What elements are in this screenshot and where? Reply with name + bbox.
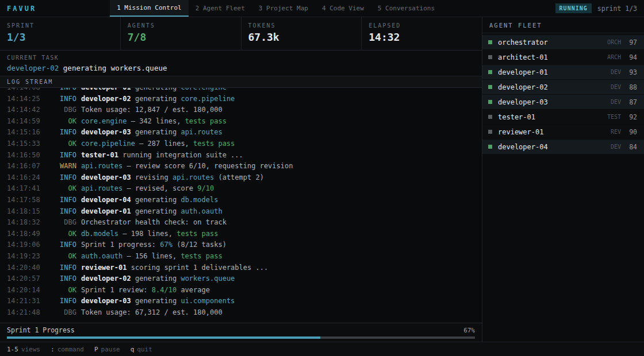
log-level: OK [40, 116, 76, 127]
log-segment: core.engine [81, 117, 126, 125]
agent-row-developer-04[interactable]: developer-04DEV84 [482, 140, 644, 154]
agent-row-reviewer-01[interactable]: reviewer-01REV90 [482, 125, 644, 139]
log-timestamp: 14:16:50 [7, 150, 40, 161]
log-segment: generating [131, 95, 177, 103]
log-row: 14:16:07WARNapi.routes — review score 6/… [7, 161, 475, 172]
log-row: 14:19:23OKauth.oauth — 156 lines, tests … [7, 251, 475, 262]
agent-row-developer-03[interactable]: developer-03DEV87 [482, 95, 644, 109]
log-stream[interactable]: 14:14:08INFOdeveloper-01 generating core… [0, 88, 482, 323]
log-row: 14:21:31INFOdeveloper-03 generating ui.c… [7, 296, 475, 307]
log-segment: core.pipeline [81, 140, 135, 148]
log-timestamp: 14:16:07 [7, 161, 40, 172]
log-level: OK [40, 138, 76, 150]
log-segment: Sprint 1 progress: [81, 241, 156, 249]
agent-row-orchestrator[interactable]: orchestratorORCH97 [482, 35, 644, 49]
log-message: developer-02 generating workers.queue [81, 273, 235, 285]
tab-project-map[interactable]: 3 Project Map [252, 0, 315, 17]
log-segment: auth.oauth [177, 207, 222, 215]
log-message: api.routes — review score 6/10, requesti… [81, 161, 293, 172]
log-segment: api.routes [168, 173, 214, 181]
stat-value: 67.3k [248, 31, 355, 43]
agent-score: 92 [627, 113, 637, 121]
agent-row-developer-02[interactable]: developer-02DEV88 [482, 80, 644, 94]
log-row: 14:21:48DBGToken usage: 67,312 / est. 18… [7, 307, 475, 319]
log-message: developer-03 generating ui.components [81, 296, 235, 307]
tab-conversations[interactable]: 5 Conversations [371, 0, 442, 17]
footer-key-label: pause [101, 346, 120, 353]
log-level: INFO [40, 262, 76, 274]
log-level: OK [40, 251, 76, 262]
agent-name: orchestrator [498, 38, 607, 47]
footer-key: q [131, 346, 135, 353]
agent-score: 94 [627, 53, 637, 61]
agent-row-tester-01[interactable]: tester-01TEST92 [482, 110, 644, 124]
log-timestamp: 14:16:24 [7, 172, 40, 184]
log-segment: ui.components [177, 297, 235, 305]
agent-row-architect-01[interactable]: architect-01ARCH94 [482, 50, 644, 64]
log-segment: developer-03 [81, 128, 131, 136]
log-message: developer-01 generating core.engine [81, 88, 227, 94]
log-level: OK [40, 229, 76, 240]
footer-hint-pause[interactable]: Ppause [94, 346, 120, 353]
footer-key-label: views [21, 346, 40, 353]
log-stream-header: LOG STREAM [0, 76, 482, 88]
sprint-progress-fill [7, 336, 320, 339]
footer-key: 1-5 [7, 346, 18, 353]
log-row: 14:20:57INFOdeveloper-02 generating work… [7, 273, 475, 285]
agent-name: reviewer-01 [498, 128, 611, 136]
log-segment: core.pipeline [177, 95, 235, 103]
current-task-agent: developer-02 [7, 64, 59, 72]
log-timestamp: 14:18:49 [7, 229, 40, 240]
log-level: DBG [40, 105, 76, 116]
log-segment: generating [131, 297, 177, 305]
log-segment: api.routes [81, 162, 122, 170]
log-timestamp: 14:14:08 [7, 88, 40, 94]
sprint-progress-percent: 67% [463, 327, 475, 334]
log-row: 14:14:59OKcore.engine — 342 lines, tests… [7, 116, 475, 127]
log-segment: (8/12 tasks) [172, 241, 227, 249]
log-row: 14:15:16INFOdeveloper-03 generating api.… [7, 127, 475, 138]
log-level: INFO [40, 195, 76, 206]
footer-hint-quit[interactable]: qquit [131, 346, 152, 353]
footer-hint-views[interactable]: 1-5views [7, 346, 40, 353]
current-task-label: CURRENT TASK [7, 55, 475, 61]
log-message: Token usage: 67,312 / est. 180,000 [81, 307, 223, 319]
log-segment: 9/10 [193, 184, 214, 192]
log-row: 14:18:49OKdb.models — 198 lines, tests p… [7, 229, 475, 240]
stat-value: 14:32 [369, 31, 475, 43]
view-tabs: 1 Mission Control2 Agent Fleet3 Project … [110, 0, 442, 17]
log-segment: developer-03 [81, 297, 131, 305]
tab-agent-fleet[interactable]: 2 Agent Fleet [189, 0, 252, 17]
log-level: INFO [40, 94, 76, 105]
sprint-progress-label: Sprint 1 Progress [7, 326, 75, 334]
agent-fleet-header: AGENT FLEET [482, 17, 644, 33]
agent-score: 90 [627, 128, 637, 136]
tab-mission-control[interactable]: 1 Mission Control [110, 0, 189, 17]
log-row: 14:16:24INFOdeveloper-03 revising api.ro… [7, 172, 475, 184]
agent-name: developer-03 [498, 98, 611, 106]
footer-hint-command[interactable]: :command [51, 346, 84, 353]
log-timestamp: 14:20:40 [7, 262, 40, 274]
agent-status-icon [488, 100, 492, 104]
stat-label: ELAPSED [369, 22, 475, 29]
agent-role-tag: DEV [611, 99, 621, 105]
log-timestamp: 14:20:14 [7, 285, 40, 296]
log-timestamp: 14:15:33 [7, 138, 40, 150]
tab-code-view[interactable]: 4 Code View [315, 0, 371, 17]
log-row: 14:19:06INFOSprint 1 progress: 67% (8/12… [7, 239, 475, 251]
log-segment: — 156 lines, [122, 252, 177, 260]
log-segment: — 287 lines, [135, 140, 189, 148]
log-message: db.models — 198 lines, tests pass [81, 229, 218, 240]
log-message: developer-03 generating api.routes [81, 127, 223, 138]
agent-role-tag: ORCH [607, 39, 621, 45]
agent-row-developer-01[interactable]: developer-01DEV93 [482, 65, 644, 79]
log-segment: developer-01 [81, 88, 131, 91]
log-timestamp: 14:19:23 [7, 251, 40, 262]
agent-status-icon [488, 70, 492, 74]
log-row: 14:14:08INFOdeveloper-01 generating core… [7, 88, 475, 94]
log-segment: — 342 lines, [126, 117, 181, 125]
top-bar: FAVUR 1 Mission Control2 Agent Fleet3 Pr… [0, 0, 644, 17]
log-row: 14:20:40INFOreviewer-01 scoring sprint 1… [7, 262, 475, 274]
log-segment: developer-02 [81, 95, 131, 103]
agent-role-tag: REV [611, 129, 621, 135]
